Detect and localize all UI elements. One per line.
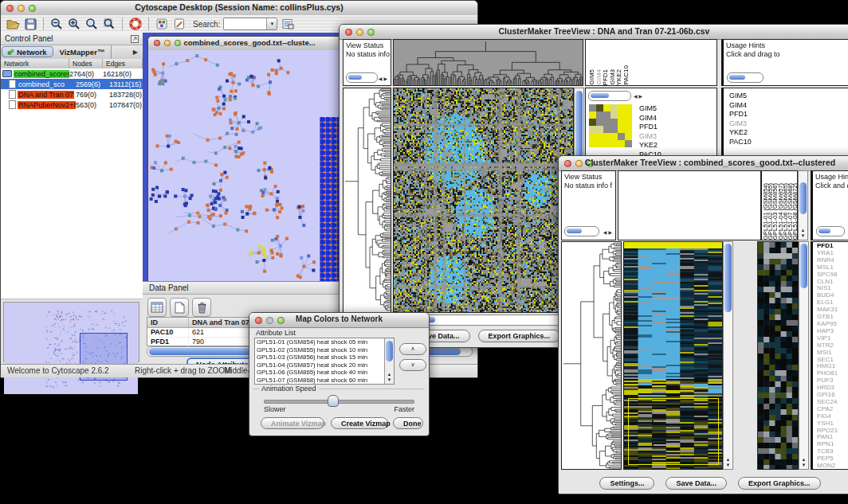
matrix-cell[interactable] [589, 119, 596, 126]
chevron-down-icon[interactable]: ▼ [266, 18, 277, 29]
scroll-arrows-icon[interactable]: ◀▶ [603, 229, 614, 235]
network-canvas-area[interactable] [148, 50, 351, 287]
matrix-cell[interactable] [596, 104, 603, 111]
network-overview-panel[interactable] [3, 302, 139, 362]
column-header[interactable]: ID [147, 318, 189, 327]
table-row[interactable]: combined_sco 2569(6) 13112(15) [1, 79, 143, 89]
matrix-cell[interactable] [625, 119, 632, 126]
matrix-cell[interactable] [589, 140, 596, 147]
tab-overflow-arrow[interactable]: ▶ [133, 45, 143, 59]
heatmap-canvas[interactable] [394, 88, 573, 312]
tv2-zoom-vscrollbar[interactable]: ▲▼ [799, 241, 809, 470]
matrix-cell[interactable] [603, 111, 610, 119]
scroll-arrows-icon[interactable]: ◀▶ [634, 93, 644, 99]
tv1-column-labels[interactable]: GIM5GIM4PFD1GIM3YKE2PAC10 [585, 39, 717, 86]
matrix-cell[interactable] [589, 126, 596, 133]
zoom-out-icon[interactable] [49, 17, 64, 31]
matrix-cell[interactable] [589, 104, 596, 111]
scrollbar-thumb[interactable] [386, 341, 393, 361]
scrollbar-thumb[interactable] [348, 75, 362, 80]
column-label[interactable]: GIM5 [589, 69, 595, 85]
matrix-cell[interactable] [625, 140, 632, 147]
gene-label[interactable]: YKE2 [727, 128, 752, 138]
scrollbar-thumb[interactable] [800, 244, 807, 288]
scroll-arrows-icon[interactable]: ◀▶ [379, 76, 389, 81]
tv2-column-dendrogram[interactable] [618, 170, 761, 240]
zoom-in-icon[interactable] [67, 17, 81, 31]
attribute-item[interactable]: GPL51-04 (GSM857) heat shock 20 min [255, 361, 394, 369]
matrix-cell[interactable] [618, 104, 625, 111]
scrollbar-thumb[interactable] [729, 75, 745, 80]
attribute-item[interactable]: GPL51-02 (GSM855) heat shock 10 min [255, 346, 394, 354]
gene-label[interactable]: GIM5 [637, 104, 662, 114]
tv2-status-scrollbar[interactable] [564, 226, 599, 236]
tv2-column-labels[interactable]: GPL51-01 (GSM854)GPL51-02 (GSM855)GPL51-… [761, 170, 798, 240]
matrix-cell[interactable] [610, 126, 618, 133]
table-row[interactable]: RNAPuberNov2+I 563(0) 107847(0) [1, 100, 143, 110]
matrix-cell[interactable] [610, 133, 618, 140]
zoom-selected-icon[interactable] [102, 17, 116, 31]
matrix-cell[interactable] [625, 104, 632, 111]
move-up-button[interactable]: ∧ [399, 343, 426, 355]
table-row[interactable]: combined_scores 2764(0) 16218(0) [1, 68, 143, 79]
column-label[interactable]: GIM4 [596, 69, 603, 85]
gene-label[interactable]: MON2 [815, 463, 838, 470]
tv2-zoom-submatrix[interactable] [757, 241, 799, 470]
matrix-cell[interactable] [603, 104, 610, 111]
matrix-cell[interactable] [596, 133, 603, 140]
matrix-cell[interactable] [618, 140, 625, 147]
tv2-heatmap-vscrollbar[interactable]: ▲▼ [723, 241, 733, 470]
matrix-cell[interactable] [625, 133, 632, 140]
dialog-titlebar[interactable]: Map Colors to Network [249, 313, 429, 328]
scroll-arrows-icon[interactable]: ▲▼ [799, 457, 808, 468]
gene-label[interactable]: PFD1 [727, 110, 752, 119]
column-dendrogram-canvas[interactable] [394, 40, 583, 85]
column-label[interactable]: GIM3 [610, 69, 616, 85]
gene-label[interactable]: YKE2 [637, 141, 662, 150]
annotation-icon[interactable] [172, 17, 186, 31]
attribute-item[interactable]: GPL51-06 (GSM865) heat shock 40 min [255, 369, 394, 377]
table-panel-icon[interactable] [147, 298, 167, 317]
open-folder-icon[interactable] [6, 17, 20, 31]
animate-vizmap-button[interactable]: Animate Vizmap [261, 417, 324, 429]
help-ring-icon[interactable] [128, 17, 143, 31]
vizmapper-icon[interactable] [155, 17, 169, 31]
zoomed-submatrix[interactable] [589, 104, 632, 147]
gene-label[interactable]: GIM5 [727, 92, 752, 101]
gene-label[interactable]: GIM3 [727, 119, 752, 129]
matrix-cell[interactable] [610, 104, 618, 111]
tv1-row-dendrogram[interactable] [343, 88, 391, 313]
zoom-submatrix-canvas[interactable] [758, 242, 798, 469]
matrix-cell[interactable] [618, 126, 625, 133]
matrix-cell[interactable] [618, 111, 625, 119]
tv2-labels-vscrollbar[interactable]: ▲▼ [798, 170, 808, 240]
matrix-cell[interactable] [596, 126, 603, 133]
attribute-item[interactable]: GPL51-07 (GSM868) heat shock 60 min [255, 377, 394, 385]
slider-thumb[interactable] [328, 395, 339, 407]
tv2-hints-scrollbar[interactable] [816, 226, 845, 236]
tv1-column-dendrogram[interactable] [393, 39, 583, 86]
tv1-heatmap[interactable] [393, 88, 574, 313]
attribute-item[interactable]: GPL51-03 (GSM856) heat shock 15 min [255, 354, 394, 361]
save-icon[interactable] [23, 17, 37, 31]
row-dendrogram-canvas[interactable] [344, 88, 391, 312]
gene-label[interactable]: GIM4 [637, 114, 662, 123]
matrix-cell[interactable] [596, 111, 603, 119]
main-titlebar[interactable]: Cytoscape Desktop (Session Name: collins… [1, 1, 477, 16]
scroll-arrows-icon[interactable]: ▲▼ [385, 372, 394, 383]
column-header[interactable]: Edges [103, 59, 143, 68]
animation-speed-slider[interactable] [264, 400, 414, 404]
listbox-vscrollbar[interactable]: ▲▼ [384, 338, 394, 384]
matrix-cell[interactable] [589, 111, 596, 119]
attribute-listbox[interactable]: GPL51-01 (GSM854) heat shock 05 minGPL51… [254, 338, 395, 385]
matrix-cell[interactable] [596, 119, 603, 126]
tv1-hints-scrollbar[interactable] [727, 72, 764, 83]
matrix-cell[interactable] [603, 133, 610, 140]
gene-label[interactable]: PAC10 [727, 138, 752, 147]
matrix-cell[interactable] [603, 119, 610, 126]
tv1-status-scrollbar[interactable] [346, 72, 378, 83]
float-panel-icon[interactable] [131, 35, 139, 45]
matrix-cell[interactable] [618, 119, 625, 126]
network-view-titlebar[interactable]: combined_scores_good.txt--cluste... [148, 37, 351, 51]
new-page-icon[interactable] [170, 298, 189, 317]
